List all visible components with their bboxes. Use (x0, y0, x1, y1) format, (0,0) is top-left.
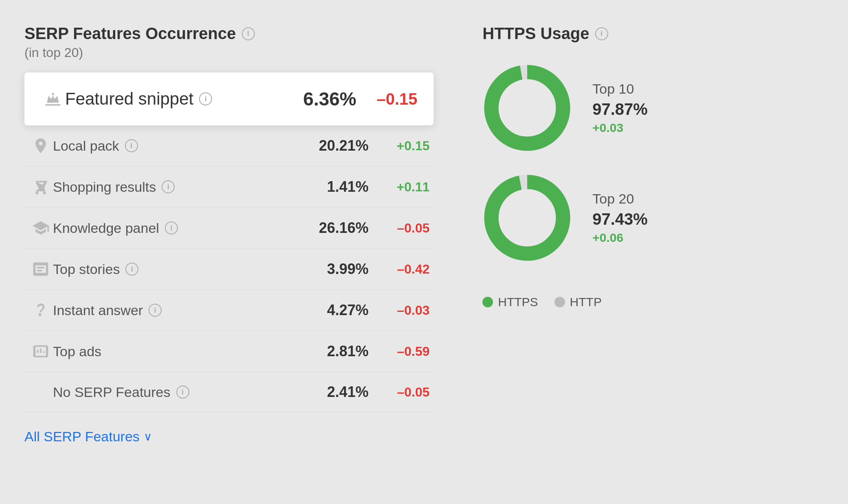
instant-answer-pct: 4.27% (303, 302, 368, 319)
graduation-icon (28, 219, 53, 237)
top20-label: Top 20 (592, 191, 648, 207)
top20-pct: 97.43% (592, 210, 648, 228)
featured-snippet-name: Featured snippet i (65, 89, 291, 109)
serp-subtitle: (in top 20) (24, 45, 434, 60)
instant-answer-row: Instant answer i 4.27% –0.03 (24, 290, 434, 331)
top-stories-info-icon[interactable]: i (125, 263, 138, 276)
top10-label: Top 10 (592, 81, 648, 97)
top-ads-row: Top ads 2.81% –0.59 (24, 331, 434, 372)
shopping-results-name: Shopping results i (53, 179, 303, 195)
featured-snippet-info-icon[interactable]: i (199, 92, 212, 105)
shopping-results-row: Shopping results i 1.41% +0.11 (24, 167, 434, 208)
top20-stats: Top 20 97.43% +0.06 (592, 191, 648, 245)
top10-delta: +0.03 (592, 121, 648, 135)
no-serp-pct: 2.41% (303, 383, 368, 401)
serp-features-title: SERP Features Occurrence i (24, 24, 434, 43)
top10-section: Top 10 97.87% +0.03 (482, 63, 824, 153)
legend-https: HTTPS (482, 295, 538, 309)
http-legend-label: HTTP (570, 295, 602, 309)
chevron-down-icon: ∨ (144, 430, 152, 443)
top20-delta: +0.06 (592, 231, 648, 245)
instant-answer-delta: –0.03 (381, 303, 429, 318)
top-stories-delta: –0.42 (381, 262, 429, 277)
knowledge-panel-info-icon[interactable]: i (165, 221, 178, 234)
featured-snippet-row: Featured snippet i 6.36% –0.15 (24, 72, 434, 125)
shopping-results-info-icon[interactable]: i (162, 180, 175, 193)
knowledge-panel-pct: 26.16% (303, 219, 368, 237)
featured-snippet-delta: –0.15 (368, 90, 417, 108)
https-usage-panel: HTTPS Usage i Top 10 97.87% +0.03 (450, 24, 824, 480)
all-serp-features-link[interactable]: All SERP Features ∨ (24, 429, 434, 445)
local-pack-delta: +0.15 (381, 138, 429, 153)
top10-stats: Top 10 97.87% +0.03 (592, 81, 648, 135)
no-serp-row: No SERP Features i 2.41% –0.05 (24, 372, 434, 412)
serp-title-info-icon[interactable]: i (242, 27, 255, 40)
top-ads-delta: –0.59 (381, 344, 429, 359)
cart-icon (28, 178, 53, 196)
instant-answer-info-icon[interactable]: i (149, 304, 162, 317)
crown-icon (41, 90, 65, 108)
top-stories-name: Top stories i (53, 261, 303, 277)
instant-answer-name: Instant answer i (53, 302, 303, 318)
legend-http: HTTP (554, 295, 602, 309)
https-usage-title: HTTPS Usage i (482, 24, 824, 43)
question-icon (28, 301, 53, 319)
https-legend: HTTPS HTTP (482, 295, 824, 309)
top10-pct: 97.87% (592, 100, 648, 118)
serp-title-text: SERP Features Occurrence (24, 24, 236, 43)
knowledge-panel-row: Knowledge panel i 26.16% –0.05 (24, 208, 434, 249)
top-ads-pct: 2.81% (303, 343, 368, 360)
top-stories-row: Top stories i 3.99% –0.42 (24, 249, 434, 290)
top-stories-pct: 3.99% (303, 261, 368, 278)
top10-donut (482, 63, 572, 153)
svg-point-1 (491, 72, 563, 144)
local-pack-info-icon[interactable]: i (125, 139, 138, 152)
https-title-text: HTTPS Usage (482, 24, 589, 43)
svg-point-3 (491, 182, 563, 254)
ad-icon (28, 342, 53, 360)
knowledge-panel-name: Knowledge panel i (53, 220, 303, 236)
no-serp-info-icon[interactable]: i (176, 386, 189, 399)
no-serp-name: No SERP Features i (53, 384, 303, 400)
local-pack-name: Local pack i (53, 138, 303, 154)
pin-icon (28, 137, 53, 155)
top20-section: Top 20 97.43% +0.06 (482, 173, 824, 263)
serp-features-panel: SERP Features Occurrence i (in top 20) F… (24, 24, 434, 480)
local-pack-pct: 20.21% (303, 137, 368, 154)
local-pack-row: Local pack i 20.21% +0.15 (24, 125, 434, 167)
all-serp-features-label: All SERP Features (24, 429, 140, 445)
knowledge-panel-delta: –0.05 (381, 221, 429, 236)
http-legend-dot (554, 297, 565, 307)
no-serp-delta: –0.05 (381, 385, 429, 400)
featured-snippet-pct: 6.36% (291, 88, 356, 110)
https-legend-dot (482, 297, 493, 307)
https-title-info-icon[interactable]: i (595, 27, 608, 40)
https-legend-label: HTTPS (498, 295, 538, 309)
news-icon (28, 260, 53, 278)
top-ads-name: Top ads (53, 344, 303, 359)
top20-donut (482, 173, 572, 263)
shopping-results-delta: +0.11 (381, 180, 429, 195)
shopping-results-pct: 1.41% (303, 178, 368, 195)
